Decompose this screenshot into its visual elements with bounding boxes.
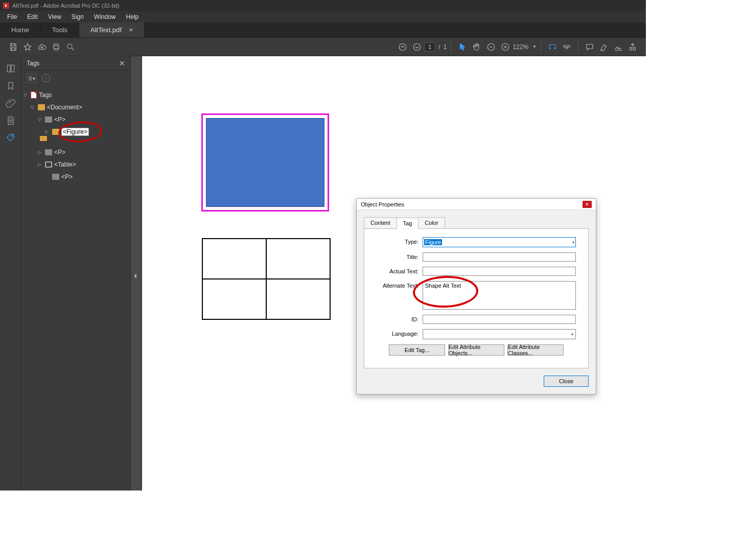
hand-icon[interactable] <box>470 40 484 54</box>
fit-page-icon[interactable] <box>560 40 574 54</box>
svg-point-7 <box>11 135 13 137</box>
titlebar: AltText.pdf - Adobe Acrobat Pro DC (32-b… <box>0 0 646 11</box>
tags-icon[interactable] <box>6 133 16 143</box>
tags-tree[interactable]: ▽ Tags ▽ <Document> ▽ <P> ▷ <Figure> <box>21 86 130 186</box>
sign-icon[interactable] <box>611 40 625 54</box>
toolbar: / 1 122%▼ <box>0 38 646 56</box>
tree-document[interactable]: ▽ <Document> <box>24 101 128 113</box>
close-tab-icon[interactable]: ✕ <box>129 27 133 33</box>
dialog-tab-tag[interactable]: Tag <box>397 218 419 229</box>
type-value[interactable]: Figure <box>424 239 442 245</box>
document-table <box>202 238 331 320</box>
figure-shape <box>206 118 324 207</box>
document-tabs: Home Tools AltText.pdf ✕ <box>0 22 646 38</box>
selected-figure[interactable] <box>201 113 329 212</box>
menubar: File Edit View Sign Window Help <box>0 11 646 22</box>
cloud-icon[interactable] <box>35 40 49 54</box>
edit-tag-button[interactable]: Edit Tag... <box>389 344 445 356</box>
window-title: AltText.pdf - Adobe Acrobat Pro DC (32-b… <box>12 3 120 9</box>
tags-info-icon: i <box>42 74 50 82</box>
child-tag-icon <box>40 136 47 141</box>
page-current-input[interactable] <box>424 42 435 52</box>
page-total: 1 <box>444 43 447 51</box>
zoom-in-icon[interactable] <box>498 40 513 54</box>
zoom-out-icon[interactable] <box>484 40 498 54</box>
svg-point-0 <box>67 44 72 49</box>
save-icon[interactable] <box>6 40 20 54</box>
tree-root[interactable]: ▽ Tags <box>24 89 128 101</box>
panel-collapse-gutter[interactable] <box>131 56 142 491</box>
svg-point-1 <box>400 43 407 51</box>
tree-p2[interactable]: ▷ <P> <box>24 146 128 158</box>
menu-file[interactable]: File <box>2 12 22 22</box>
language-label: Language: <box>377 329 423 337</box>
app-logo-icon <box>3 3 9 9</box>
menu-sign[interactable]: Sign <box>66 12 89 22</box>
attachment-icon[interactable] <box>6 98 16 108</box>
collapse-handle-icon[interactable] <box>134 273 136 278</box>
tab-document[interactable]: AltText.pdf ✕ <box>79 22 145 37</box>
edit-attribute-classes-button[interactable]: Edit Attribute Classes... <box>507 344 564 356</box>
menu-view[interactable]: View <box>43 12 66 22</box>
tab-tools[interactable]: Tools <box>41 22 79 37</box>
print-icon[interactable] <box>49 40 63 54</box>
type-dropdown-icon[interactable]: ▾ <box>572 240 574 245</box>
menu-help[interactable]: Help <box>121 12 144 22</box>
fit-width-icon[interactable] <box>545 40 560 54</box>
tree-figure[interactable]: ▷ <Figure> <box>24 126 128 138</box>
dialog-close-icon[interactable]: ✕ <box>583 201 592 208</box>
dialog-tab-content[interactable]: Content <box>364 217 397 228</box>
tree-p3[interactable]: ▷ <P> <box>24 171 128 183</box>
object-properties-dialog: Object Properties ✕ Content Tag Color Ty… <box>356 198 596 394</box>
tags-panel-title: Tags <box>27 60 39 67</box>
svg-point-2 <box>414 43 421 51</box>
more-tools-icon[interactable] <box>625 40 640 54</box>
title-label: Title: <box>377 252 423 260</box>
zoom-level[interactable]: 122%▼ <box>513 43 537 51</box>
page-indicator: / 1 <box>424 42 447 52</box>
dialog-close-button[interactable]: Close <box>544 376 589 387</box>
actual-text-input[interactable] <box>423 267 576 276</box>
type-label: Type: <box>377 237 423 245</box>
dialog-title: Object Properties <box>361 201 404 207</box>
tree-p1[interactable]: ▽ <P> <box>24 113 128 126</box>
language-dropdown-icon[interactable]: ▾ <box>569 332 575 337</box>
left-rail <box>0 56 21 491</box>
comment-icon[interactable] <box>583 40 597 54</box>
alt-text-input[interactable] <box>423 281 576 310</box>
bookmark-icon[interactable] <box>6 81 16 91</box>
page-icon[interactable] <box>6 115 16 126</box>
menu-edit[interactable]: Edit <box>22 12 43 22</box>
svg-rect-6 <box>11 65 14 72</box>
pointer-icon[interactable] <box>455 40 470 54</box>
alt-text-label: Alternate Text: <box>377 281 423 289</box>
id-input[interactable] <box>423 315 576 324</box>
tags-options-button[interactable]: ☰▾ <box>27 74 37 83</box>
id-label: ID: <box>377 315 423 322</box>
tree-table[interactable]: ▷ <Table> <box>24 158 128 171</box>
highlight-icon[interactable] <box>597 40 611 54</box>
edit-attribute-objects-button[interactable]: Edit Attribute Objects... <box>448 344 504 356</box>
star-icon[interactable] <box>20 40 35 54</box>
thumbnails-icon[interactable] <box>6 63 16 74</box>
search-icon[interactable] <box>63 40 78 54</box>
menu-window[interactable]: Window <box>89 12 121 22</box>
page-down-icon[interactable] <box>410 40 424 54</box>
title-input[interactable] <box>423 252 576 262</box>
svg-rect-5 <box>7 65 10 72</box>
tags-panel: Tags ✕ ☰▾ i ▽ Tags ▽ <Document> ▽ <P> <box>21 56 131 491</box>
page-up-icon[interactable] <box>396 40 410 54</box>
actual-text-label: Actual Text: <box>377 267 423 274</box>
tab-home[interactable]: Home <box>0 22 41 37</box>
dialog-tab-color[interactable]: Color <box>418 217 445 228</box>
close-panel-icon[interactable]: ✕ <box>119 59 125 67</box>
